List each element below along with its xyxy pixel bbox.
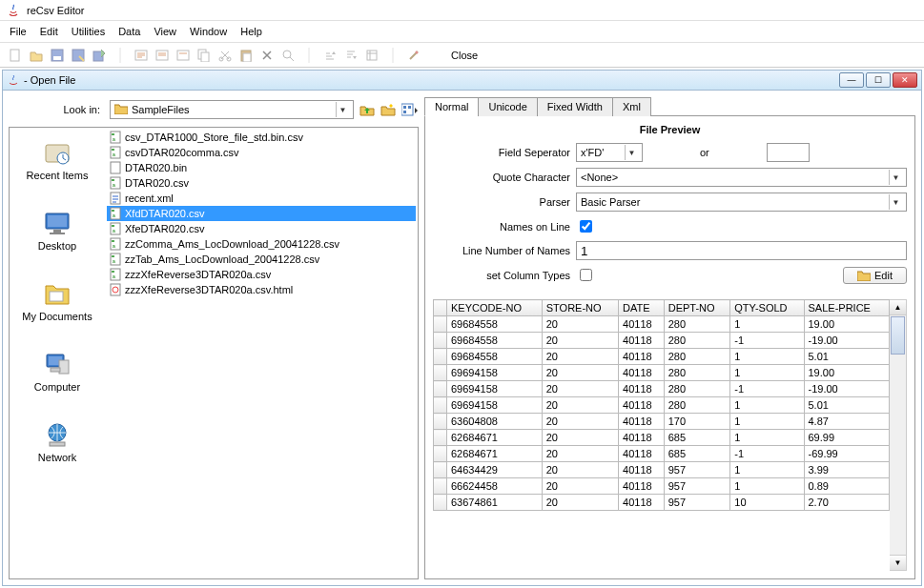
file-list[interactable]: acsv_DTAR1000_Store_file_std.bin.csvacsv… (105, 128, 418, 578)
place-documents[interactable]: My Documents (22, 278, 92, 322)
settings-icon[interactable] (406, 48, 421, 63)
table-cell: 20 (542, 333, 618, 349)
edit-button[interactable]: Edit (843, 267, 907, 284)
table-row[interactable]: 696941582040118280-1-19.00 (434, 381, 890, 397)
menu-file[interactable]: File (4, 23, 32, 40)
table-row[interactable]: 64634429204011895713.99 (434, 462, 890, 478)
app-title: reCsv Editor (27, 5, 85, 16)
menu-view[interactable]: View (148, 23, 182, 40)
quote-character-value: <None> (581, 172, 889, 183)
file-entry[interactable]: DTAR020.bin (107, 160, 416, 175)
file-entry[interactable]: zzzXfeReverse3DTAR020a.csv.html (107, 282, 416, 297)
file-entry[interactable]: azzComma_Ams_LocDownload_20041228.csv (107, 236, 416, 252)
view-mode-icon[interactable] (401, 103, 419, 116)
set-column-types-checkbox[interactable] (580, 269, 592, 281)
column-header[interactable]: SALE-PRICE (804, 300, 890, 316)
field-separator-input[interactable] (767, 143, 810, 162)
menu-edit[interactable]: Edit (34, 23, 64, 40)
new-folder-icon[interactable] (380, 103, 396, 116)
file-entry[interactable]: aDTAR020.csv (107, 175, 416, 191)
svg-rect-26 (48, 215, 67, 227)
line-number-input[interactable] (576, 241, 907, 260)
maximize-button[interactable]: ☐ (866, 72, 891, 88)
menu-utilities[interactable]: Utilities (66, 23, 111, 40)
lookin-combo[interactable]: SampleFiles ▼ (110, 100, 354, 119)
cut-icon[interactable] (217, 48, 233, 63)
table-cell: 20 (542, 397, 618, 414)
copy-icon[interactable] (196, 48, 212, 63)
menu-window[interactable]: Window (184, 23, 233, 40)
sort-asc-icon[interactable] (322, 48, 338, 63)
table-row[interactable]: 626846712040118685-1-69.99 (434, 446, 890, 462)
place-recent[interactable]: Recent Items (27, 137, 89, 181)
file-entry[interactable]: azzzXfeReverse3DTAR020a.csv (107, 267, 416, 282)
minimize-button[interactable]: — (839, 72, 864, 88)
table-row[interactable]: 696845582040118280-1-19.00 (434, 333, 890, 349)
tab-fixed-width[interactable]: Fixed Width (537, 97, 613, 116)
export-icon[interactable] (92, 48, 107, 63)
tab-unicode[interactable]: Unicode (478, 97, 537, 116)
scroll-down-icon[interactable]: ▼ (890, 555, 906, 570)
column-header[interactable]: DATE (619, 300, 665, 316)
table-cell: 40118 (619, 462, 665, 478)
field-separator-combo[interactable]: x'FD' ▼ (576, 143, 643, 162)
file-icon (109, 283, 122, 296)
table-cell: 1 (730, 478, 804, 495)
tab-normal[interactable]: Normal (424, 97, 479, 116)
file-entry[interactable]: recent.xml (107, 191, 416, 206)
script-icon[interactable] (133, 48, 149, 63)
svg-rect-20 (403, 106, 406, 109)
sort-desc-icon[interactable] (343, 48, 359, 63)
script3-icon[interactable] (175, 48, 191, 63)
parser-combo[interactable]: Basic Parser ▼ (576, 193, 907, 212)
file-entry[interactable]: acsvDTAR020comma.csv (107, 145, 416, 160)
tab-xml[interactable]: Xml (612, 97, 651, 116)
names-on-line-checkbox[interactable] (580, 220, 592, 233)
file-name: recent.xml (125, 193, 174, 204)
table-cell: 1 (730, 316, 804, 333)
file-entry[interactable]: azzTab_Ams_LocDownload_20041228.csv (107, 252, 416, 267)
menu-data[interactable]: Data (113, 23, 146, 40)
script2-icon[interactable] (154, 48, 170, 63)
parser-value: Basic Parser (581, 196, 889, 208)
save-icon[interactable] (50, 48, 65, 63)
table-row[interactable]: 69684558204011828015.01 (434, 349, 890, 365)
place-network[interactable]: Network (38, 419, 76, 463)
lookin-label: Look in: (9, 104, 104, 115)
find-icon[interactable] (280, 48, 296, 63)
delete-icon[interactable] (259, 48, 275, 63)
file-icon: a (109, 253, 122, 266)
table-row[interactable]: 696941582040118280119.00 (434, 365, 890, 381)
place-desktop[interactable]: Desktop (38, 208, 76, 252)
scroll-up-icon[interactable]: ▲ (890, 300, 906, 315)
file-entry[interactable]: acsv_DTAR1000_Store_file_std.bin.csv (107, 130, 416, 145)
filter-icon[interactable] (364, 48, 380, 63)
toolbar-close-button[interactable]: Close (451, 50, 478, 61)
paste-icon[interactable] (238, 48, 254, 63)
open-icon[interactable] (29, 48, 44, 63)
column-header[interactable]: STORE-NO (542, 300, 618, 316)
up-folder-icon[interactable] (359, 103, 375, 116)
table-row[interactable]: 63604808204011817014.87 (434, 414, 890, 430)
column-header[interactable]: DEPT-NO (664, 300, 730, 316)
file-entry[interactable]: aXfeDTAR020.csv (107, 221, 416, 236)
main-toolbar: Close (0, 43, 924, 68)
file-entry[interactable]: aXfdDTAR020.csv (107, 206, 416, 221)
column-header[interactable]: QTY-SOLD (730, 300, 804, 316)
table-scrollbar[interactable]: ▲ ▼ (890, 299, 907, 571)
table-row[interactable]: 696845582040118280119.00 (434, 316, 890, 333)
table-row[interactable]: 636748612040118957102.70 (434, 495, 890, 511)
new-icon[interactable] (8, 48, 23, 63)
table-row[interactable]: 626846712040118685169.99 (434, 430, 890, 446)
column-header[interactable]: KEYCODE-NO (447, 300, 543, 316)
saveas-icon[interactable] (71, 48, 86, 63)
table-row[interactable]: 69694158204011828015.01 (434, 397, 890, 414)
preview-tabs: Normal Unicode Fixed Width Xml (424, 96, 915, 116)
place-computer[interactable]: Computer (34, 349, 80, 393)
table-row[interactable]: 66624458204011895710.89 (434, 478, 890, 495)
quote-character-combo[interactable]: <None> ▼ (576, 168, 907, 187)
scroll-thumb[interactable] (891, 316, 905, 355)
svg-rect-37 (112, 133, 114, 135)
close-button[interactable]: ✕ (893, 72, 917, 88)
menu-help[interactable]: Help (235, 23, 268, 40)
